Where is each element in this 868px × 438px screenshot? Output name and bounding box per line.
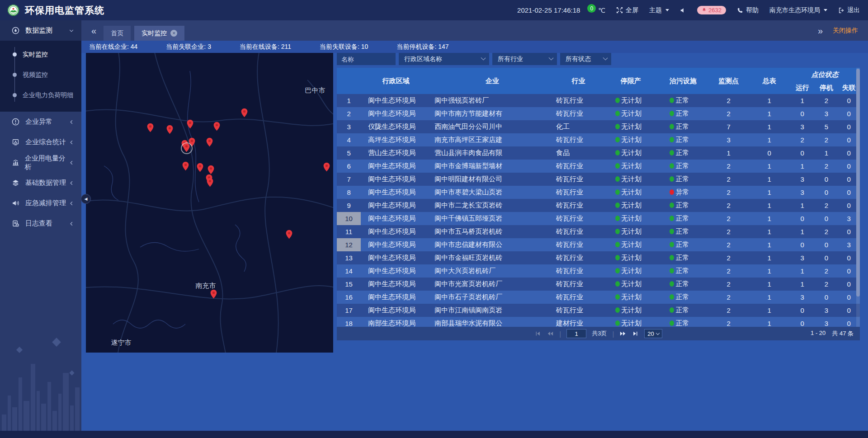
map-pin-8[interactable] [206, 137, 213, 147]
table-row-3[interactable]: 3仪陇生态环境局西南油气田分公司川中化工无计划正常71350 [337, 120, 860, 133]
table-scrollbar[interactable] [856, 68, 860, 327]
sidebar-subitem-0-2[interactable]: 企业电力负荷明细 [0, 85, 81, 105]
table-row-13[interactable]: 13阆中生态环境局阆中市金福旺页岩机砖砖瓦行业无计划正常21300 [337, 251, 860, 264]
table-row-11[interactable]: 11阆中生态环境局阆中市五马桥页岩机砖砖瓦行业无计划正常21120 [337, 225, 860, 238]
sidebar-subitem-0-0[interactable]: 实时监控 [0, 44, 81, 65]
table-row-6[interactable]: 6阆中生态环境局阆中市金博瑞新型墙材砖瓦行业无计划正常21120 [337, 160, 860, 173]
first-page-button[interactable] [534, 330, 541, 337]
cell-meters: 1 [749, 264, 790, 278]
tabs-scroll-left-button[interactable]: « [88, 26, 100, 35]
temperature: 0 ℃ [587, 6, 605, 14]
theme-dropdown[interactable]: 主题 [649, 6, 669, 14]
map-pin-13[interactable] [207, 178, 213, 187]
cell-industry: 砖瓦行业 [553, 107, 604, 120]
sidebar-item-6[interactable]: 日志查看 [0, 213, 81, 234]
table-row-2[interactable]: 2阆中生态环境局阆中市南方节能建材有砖瓦行业无计划正常21030 [337, 107, 860, 120]
map-pin-11[interactable] [208, 165, 214, 174]
status-dot [615, 124, 620, 129]
prev-page-button[interactable] [547, 330, 554, 337]
table-row-4[interactable]: 4高坪生态环境局南充市高坪区王家店建砖瓦行业无计划正常31220 [337, 133, 860, 146]
map-pin-14[interactable] [323, 162, 330, 172]
table-row-17[interactable]: 17阆中生态环境局阆中市江南镇阆南页岩砖瓦行业无计划正常21030 [337, 304, 860, 317]
building-silhouette [19, 377, 22, 431]
scrollbar-thumb[interactable] [856, 69, 860, 297]
cell-points: 2 [708, 278, 749, 291]
status-select[interactable]: 所有状态 [560, 53, 611, 65]
cell-limit-status: 无计划 [621, 96, 642, 104]
cell-limit-status: 无计划 [621, 162, 642, 170]
map-pin-9[interactable] [182, 161, 189, 171]
sidebar-subitem-0-1[interactable]: 视频监控 [0, 65, 81, 85]
col-point-status-group: 点位状态 [790, 68, 860, 81]
map-pin-1[interactable] [166, 125, 173, 134]
table-row-10[interactable]: 10阆中生态环境局阆中千佛镇五郎垭页岩砖瓦行业无计划正常21003 [337, 212, 860, 225]
table-row-5[interactable]: 5营山生态环境局营山县润丰肉食品有限食品无计划正常10010 [337, 146, 860, 160]
status-dot [670, 189, 674, 195]
tab-1[interactable]: 实时监控× [134, 26, 184, 41]
org-dropdown[interactable]: 南充市生态环境局 [769, 6, 827, 14]
bottom-strip [0, 431, 868, 438]
page-number-input[interactable] [566, 329, 586, 338]
sidebar-item-0[interactable]: 数据监测 [0, 20, 81, 41]
region-select[interactable]: 行政区域名称 [399, 53, 489, 65]
map-pin-15[interactable] [286, 230, 292, 239]
help-button[interactable]: 帮助 [737, 6, 759, 14]
col-industry: 行业 [553, 68, 604, 94]
status-dot [670, 229, 674, 234]
sidebar-item-4[interactable]: 基础数据管理 [0, 173, 81, 193]
map-pin-16[interactable] [210, 289, 217, 299]
close-operations-dropdown[interactable]: 关闭操作 [833, 27, 858, 35]
cell-stopped: 2 [815, 225, 838, 238]
cell-meters: 1 [749, 173, 790, 186]
map-pin-3[interactable] [213, 122, 220, 131]
cell-limit-status: 无计划 [621, 122, 642, 130]
sidebar-item-5[interactable]: 应急减排管理 [0, 193, 81, 213]
table-row-12[interactable]: 12阆中生态环境局阆中市忠信建材有限公砖瓦行业无计划正常21003 [337, 238, 860, 251]
sidebar-item-3[interactable]: 企业用电量分析 [0, 152, 81, 173]
map-collapse-button[interactable]: ◀ [81, 194, 91, 204]
status-dot [670, 294, 674, 300]
total-label: 共 47 条 [832, 330, 854, 338]
table-row-1[interactable]: 1阆中生态环境局阆中强锐页岩砖厂砖瓦行业无计划正常21120 [337, 94, 860, 107]
name-search-input[interactable] [337, 53, 396, 65]
cell-treatment-status: 正常 [675, 122, 689, 130]
header-actions: 2021-02-25 17:46:18 0 ℃ 全屏 主题 [517, 6, 860, 14]
table-row-8[interactable]: 8阆中生态环境局阆中市枣碧大梁山页岩砖瓦行业无计划异常21300 [337, 186, 860, 199]
status-dot [670, 137, 674, 142]
cell-stopped: 2 [815, 133, 838, 146]
cell-industry: 砖瓦行业 [553, 199, 604, 212]
industry-select[interactable]: 所有行业 [492, 53, 557, 65]
table-row-18[interactable]: 18南部生态环境局南部县瑞华水泥有限公建材行业无计划正常21030 [337, 317, 860, 327]
mute-button[interactable] [680, 7, 686, 14]
chevron-down-icon [481, 56, 486, 61]
cell-treatment-status: 正常 [675, 109, 689, 117]
table-row-7[interactable]: 7阆中生态环境局阆中明阳建材有限公司砖瓦行业无计划正常21300 [337, 173, 860, 186]
logout-button[interactable]: 退出 [838, 6, 860, 14]
table-row-9[interactable]: 9阆中生态环境局阆中市二龙长宝页岩砖砖瓦行业无计划正常21120 [337, 199, 860, 212]
table-row-15[interactable]: 15阆中生态环境局阆中市光富页岩机砖厂砖瓦行业无计划正常21120 [337, 278, 860, 291]
table-row-14[interactable]: 14阆中生态环境局阆中大兴页岩机砖厂砖瓦行业无计划正常21120 [337, 264, 860, 278]
fullscreen-button[interactable]: 全屏 [616, 6, 638, 14]
status-dot [615, 98, 620, 103]
cell-meters: 1 [749, 251, 790, 264]
sidebar-item-2[interactable]: 企业综合统计 [0, 132, 81, 152]
map-pin-4[interactable] [241, 108, 248, 118]
last-page-button[interactable] [632, 330, 639, 337]
table-row-16[interactable]: 16阆中生态环境局阆中市石子页岩机砖厂砖瓦行业无计划正常21300 [337, 291, 860, 304]
page-size-select[interactable]: 20 [644, 329, 662, 338]
map-pin-2[interactable] [187, 119, 193, 129]
next-page-button[interactable] [619, 330, 627, 337]
tabs-scroll-right-button[interactable]: » [814, 26, 826, 35]
status-dot [615, 268, 620, 273]
map-pin-10[interactable] [197, 163, 203, 172]
sidebar-item-1[interactable]: 企业异常 [0, 112, 81, 132]
tab-close-icon[interactable]: × [170, 30, 177, 37]
cell-running: 3 [790, 251, 815, 264]
row-number: 12 [337, 238, 361, 251]
cell-points: 3 [708, 133, 749, 146]
tab-0[interactable]: 首页 [104, 26, 131, 41]
status-dot [615, 229, 620, 234]
alarm-count-badge[interactable]: 2632 [697, 6, 726, 14]
map-pin-0[interactable] [147, 123, 154, 132]
map[interactable]: ◀ 巴中市南充市遂宁市 [86, 53, 333, 353]
